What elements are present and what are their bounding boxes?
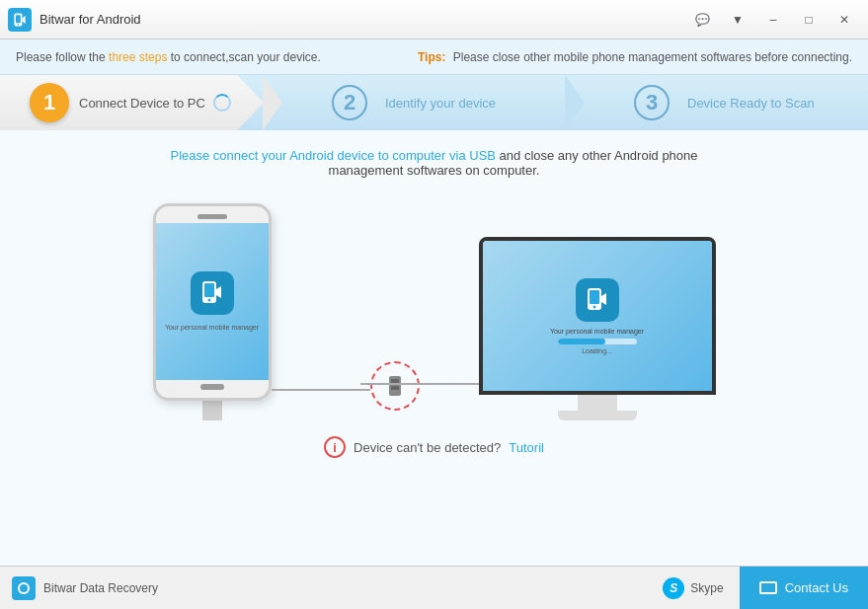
usb-connect-link[interactable]: Please connect your Android device to co… [170, 148, 496, 163]
monitor-app-icon [576, 278, 619, 322]
monitor-neck [578, 395, 617, 411]
step-2[interactable]: 2 Identify your device [282, 75, 566, 130]
phone-screen: Your personal mobile manager [156, 223, 269, 380]
skype-label: Skype [690, 581, 723, 595]
tips-label: Tips: [418, 50, 445, 64]
step-2-label: Identify your device [385, 96, 496, 111]
step-arrow-1 [263, 75, 282, 130]
usb-dashed-circle [370, 361, 420, 411]
detection-row: i Device can't be detected? Tutoril [324, 436, 544, 458]
info-icon: i [324, 436, 346, 458]
skype-icon: S [663, 577, 684, 599]
monitor-progress-bar-container [558, 339, 637, 344]
app-icon [8, 8, 32, 32]
monitor-cable [360, 383, 479, 385]
phone-illustration: Your personal mobile manager [153, 203, 272, 420]
step-2-number: 2 [332, 85, 367, 120]
step-1[interactable]: 1 Connect Device to PC [0, 75, 264, 130]
tips-text: Please close other mobile phone manageme… [449, 50, 852, 64]
main-content: Please connect your Android device to co… [0, 130, 868, 566]
step-3[interactable]: 3 Device Ready to Scan [585, 75, 868, 130]
bottom-app-icon [12, 576, 36, 600]
chat-button[interactable]: 💬 [686, 7, 718, 33]
tutorial-link[interactable]: Tutoril [509, 440, 544, 455]
monitor-loading-status: Loading... [582, 347, 612, 354]
step-1-spinner [213, 94, 231, 112]
bottom-left-section: Bitwar Data Recovery [0, 576, 647, 600]
phone-speaker [197, 214, 227, 219]
svg-point-5 [207, 298, 210, 301]
three-steps-link[interactable]: three steps [109, 50, 167, 64]
monitor-device: Your personal mobile manager Loading... [479, 237, 716, 395]
phone-stand [202, 401, 222, 420]
monitor-illustration: Your personal mobile manager Loading... [479, 237, 716, 420]
monitor-base [558, 411, 637, 420]
phone-app-icon [191, 271, 234, 315]
maximize-button[interactable]: □ [793, 7, 825, 33]
connect-description: Please connect your Android device to co… [148, 148, 721, 178]
step-1-number: 1 [30, 83, 69, 122]
window-controls: 💬 ▼ – □ ✕ [686, 7, 860, 33]
contact-us-label: Contact Us [785, 580, 848, 595]
mail-icon [759, 581, 777, 594]
usb-connection-area [370, 272, 420, 411]
close-button[interactable]: ✕ [829, 7, 860, 33]
phone-app-label: Your personal mobile manager [165, 323, 259, 332]
phone-home-button [200, 384, 224, 390]
monitor-progress-fill [558, 339, 605, 344]
svg-point-8 [592, 305, 595, 308]
device-illustration: Your personal mobile manager [153, 203, 716, 420]
detection-text: Device can't be detected? [354, 440, 501, 455]
bottom-app-label: Bitwar Data Recovery [43, 581, 158, 595]
info-bar-right: Tips: Please close other mobile phone ma… [418, 50, 852, 64]
step-arrow-2 [565, 75, 585, 130]
title-bar: Bitwar for Android 💬 ▼ – □ ✕ [0, 0, 868, 39]
step-3-label: Device Ready to Scan [687, 96, 815, 111]
bottom-bar: Bitwar Data Recovery S Skype Contact Us [0, 566, 868, 609]
phone-device: Your personal mobile manager [153, 203, 272, 401]
monitor-screen: Your personal mobile manager Loading... [483, 241, 712, 391]
monitor-loading-label: Your personal mobile manager [550, 328, 644, 335]
usb-circle-container [370, 272, 420, 411]
svg-point-2 [18, 24, 20, 26]
info-bar-left: Please follow the three steps to connect… [16, 50, 418, 64]
step-1-label: Connect Device to PC [79, 96, 205, 111]
window-title: Bitwar for Android [39, 12, 686, 27]
svg-rect-7 [590, 290, 599, 304]
skype-section[interactable]: S Skype [647, 577, 739, 599]
info-text-before: Please follow the [16, 50, 109, 64]
usb-plug-icon [389, 376, 401, 396]
step-3-number: 3 [634, 85, 670, 120]
svg-rect-4 [204, 283, 214, 297]
svg-rect-1 [16, 15, 21, 23]
minimize-button[interactable]: – [757, 7, 789, 33]
svg-point-10 [20, 584, 28, 592]
steps-bar: 1 Connect Device to PC 2 Identify your d… [0, 75, 868, 130]
usb-cable-horizontal [272, 389, 370, 391]
info-text-after: to connect,scan your device. [167, 50, 320, 64]
contact-us-button[interactable]: Contact Us [740, 567, 868, 610]
menu-button[interactable]: ▼ [722, 7, 753, 33]
info-bar: Please follow the three steps to connect… [0, 39, 868, 75]
